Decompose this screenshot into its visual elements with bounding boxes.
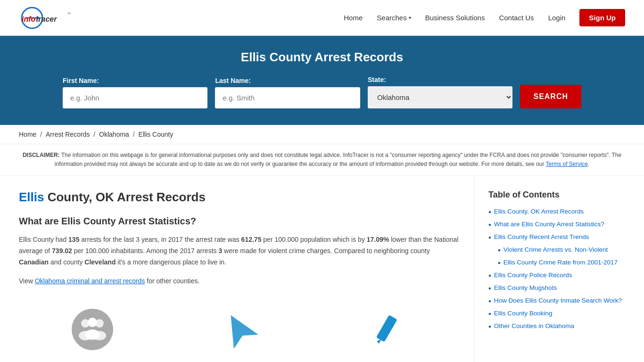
last-name-input[interactable] [215, 87, 360, 108]
logo[interactable]: info tracer ™ [19, 5, 94, 31]
disclaimer-end: . [588, 161, 589, 167]
svg-marker-13 [220, 311, 258, 348]
last-name-label: Last Name: [215, 77, 360, 84]
view-paragraph: View Oklahoma criminal and arrest record… [19, 276, 460, 287]
toc-link-1[interactable]: Ellis County, OK Arrest Records [494, 207, 584, 216]
toc-link-5[interactable]: Ellis County Crime Rate from 2001-2017 [504, 258, 618, 267]
national-avg: 739.02 [52, 247, 72, 255]
state-group: State: Oklahoma [368, 76, 512, 108]
icon-arrow-up-box [211, 306, 267, 353]
breadcrumb-oklahoma[interactable]: Oklahoma [99, 131, 129, 138]
first-name-input[interactable] [63, 87, 207, 108]
breadcrumb-sep1: / [40, 131, 44, 138]
main-article: Ellis County, OK Arrest Records What are… [19, 176, 474, 362]
toc-item-1: Ellis County, OK Arrest Records [488, 207, 625, 216]
stats-text7: and county [49, 258, 84, 266]
toc-item-7: Ellis County Mugshots [488, 284, 625, 293]
first-name-group: First Name: [63, 77, 207, 108]
svg-text:tracer: tracer [36, 15, 57, 23]
nav-login[interactable]: Login [548, 14, 566, 22]
toc-item-6: Ellis County Police Records [488, 271, 625, 280]
nav-searches-link[interactable]: Searches [377, 14, 406, 22]
svg-point-12 [85, 329, 100, 340]
toc-title: Table of Contents [488, 190, 625, 200]
nav-searches[interactable]: Searches ▾ [377, 14, 411, 22]
lower-pct: 17.09% [367, 236, 389, 243]
toc-item-2: What are Ellis County Arrest Statistics? [488, 220, 625, 229]
toc-link-4[interactable]: Violent Crime Arrests vs. Non-Violent [504, 246, 608, 255]
svg-text:info: info [22, 15, 36, 23]
toc-link-2[interactable]: What are Ellis County Arrest Statistics? [494, 220, 604, 229]
main-nav: Home Searches ▾ Business Solutions Conta… [344, 9, 625, 26]
search-form: First Name: Last Name: State: Oklahoma S… [63, 76, 581, 108]
terms-of-service-link[interactable]: Terms of Service [546, 161, 588, 167]
heading-blue: Ellis [19, 190, 44, 204]
first-name-label: First Name: [63, 77, 207, 84]
icon-pencil-box [358, 306, 414, 353]
article-heading: Ellis County, OK Arrest Records [19, 190, 460, 205]
toc-link-10[interactable]: Other Counties in Oklahoma [494, 322, 574, 331]
breadcrumb: Home / Arrest Records / Oklahoma / Ellis… [0, 125, 644, 144]
arrest-rate: 612.75 [241, 236, 262, 243]
disclaimer-label: DISCLAIMER: [23, 152, 60, 158]
stats-text8: it's a more dangerous place to live in. [116, 258, 226, 266]
toc-item-8: How Does Ellis County Inmate Search Work… [488, 296, 625, 305]
toc-link-9[interactable]: Ellis County Booking [494, 309, 553, 318]
heading-rest: County, OK Arrest Records [44, 190, 205, 204]
toc-link-3[interactable]: Ellis County Recent Arrest Trends [494, 233, 589, 242]
icon-people-box [64, 306, 121, 353]
disclaimer-text: The information on this webpage is for g… [55, 152, 621, 167]
view-text: View [19, 277, 35, 285]
oklahoma-records-link[interactable]: Oklahoma criminal and arrest records [35, 277, 145, 285]
toc-item-9: Ellis County Booking [488, 309, 625, 318]
nav-business-solutions[interactable]: Business Solutions [425, 14, 485, 22]
stats-text5: per 100.000 inhabitants. Among the 2017 … [72, 247, 219, 255]
view-text2: for other counties. [145, 277, 199, 285]
disclaimer-section: DISCLAIMER: The information on this webp… [0, 144, 644, 176]
breadcrumb-home[interactable]: Home [19, 131, 36, 138]
stats-text2: arrests for the last 3 years, in 2017 th… [79, 236, 241, 243]
toc-link-6[interactable]: Ellis County Police Records [494, 271, 572, 280]
nav-signup[interactable]: Sign Up [579, 9, 625, 26]
breadcrumb-sep3: / [133, 131, 137, 138]
svg-point-11 [88, 318, 97, 327]
state-select[interactable]: Oklahoma [368, 86, 512, 108]
breadcrumb-sep2: / [93, 131, 97, 138]
hero-title: Ellis County Arrest Records [19, 50, 625, 65]
content-area: Ellis County, OK Arrest Records What are… [0, 176, 644, 362]
arrests-count: 135 [68, 236, 79, 243]
svg-marker-15 [377, 339, 381, 344]
svg-rect-14 [376, 315, 397, 342]
chevron-down-icon: ▾ [409, 15, 411, 20]
toc-item-3: Ellis County Recent Arrest Trends [488, 233, 625, 242]
icon-row [19, 296, 460, 353]
county1: Canadian [19, 258, 49, 266]
stats-text6: were made for violent crime charges. Com… [222, 247, 429, 255]
stats-text1: Ellis County had [19, 236, 68, 243]
toc-item-10: Other Counties in Oklahoma [488, 322, 625, 331]
toc-item-5: Ellis County Crime Rate from 2001-2017 [488, 258, 625, 267]
toc-item-4: Violent Crime Arrests vs. Non-Violent [488, 246, 625, 255]
county2: Cleveland [84, 258, 116, 266]
toc-list: Ellis County, OK Arrest Records What are… [488, 207, 625, 331]
nav-home[interactable]: Home [344, 14, 363, 22]
toc-link-8[interactable]: How Does Ellis County Inmate Search Work… [494, 296, 622, 305]
stats-heading: What are Ellis County Arrest Statistics? [19, 216, 460, 227]
search-button[interactable]: SEARCH [520, 85, 581, 108]
last-name-group: Last Name: [215, 77, 360, 108]
breadcrumb-arrest-records[interactable]: Arrest Records [46, 131, 90, 138]
svg-text:™: ™ [67, 12, 71, 16]
stats-text3: per 100.000 population which is by [261, 236, 366, 243]
state-label: State: [368, 76, 512, 83]
stats-paragraph: Ellis County had 135 arrests for the las… [19, 234, 460, 268]
table-of-contents: Table of Contents Ellis County, OK Arres… [488, 190, 625, 331]
toc-link-7[interactable]: Ellis County Mugshots [494, 284, 557, 293]
sidebar: Table of Contents Ellis County, OK Arres… [474, 176, 625, 362]
breadcrumb-ellis-county[interactable]: Ellis County [139, 131, 173, 138]
site-header: info tracer ™ Home Searches ▾ Business S… [0, 0, 644, 36]
hero-section: Ellis County Arrest Records First Name: … [0, 36, 644, 125]
nav-contact-us[interactable]: Contact Us [499, 14, 534, 22]
